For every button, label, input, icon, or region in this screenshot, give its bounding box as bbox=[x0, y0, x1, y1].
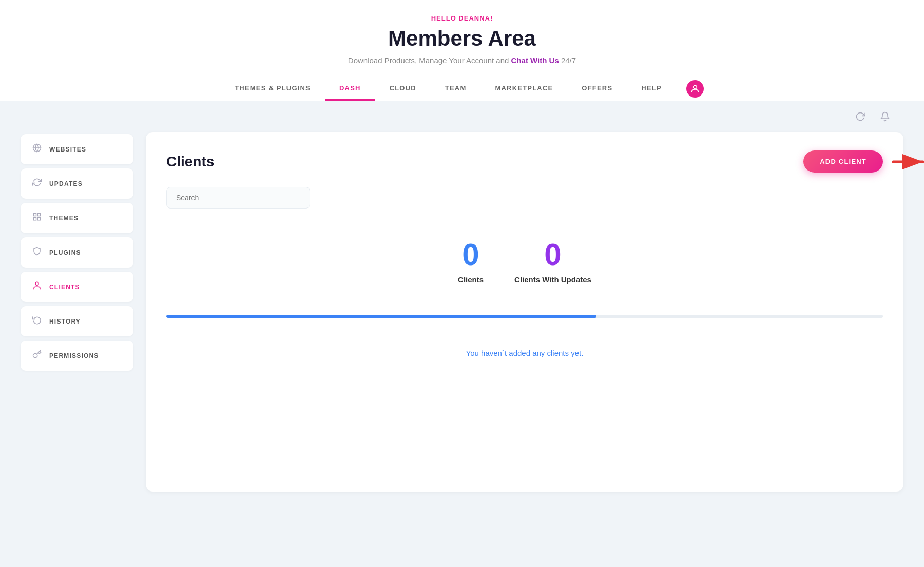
page-title: Clients bbox=[166, 154, 214, 170]
bell-icon[interactable] bbox=[877, 108, 893, 125]
key-icon bbox=[32, 350, 42, 362]
search-input[interactable] bbox=[166, 187, 310, 209]
sidebar-label-clients: CLIENTS bbox=[49, 284, 80, 291]
refresh-sidebar-icon bbox=[32, 178, 42, 190]
svg-rect-5 bbox=[38, 218, 41, 220]
toolbar-row bbox=[0, 101, 924, 132]
sidebar-label-permissions: PERMISSIONS bbox=[49, 352, 99, 360]
sidebar-label-updates: UPDATES bbox=[49, 180, 83, 187]
main-nav: THEMES & PLUGINS DASH CLOUD TEAM MARKETP… bbox=[0, 77, 924, 101]
refresh-icon[interactable] bbox=[852, 108, 869, 125]
svg-point-0 bbox=[693, 85, 697, 89]
sidebar-item-updates[interactable]: UPDATES bbox=[21, 168, 133, 199]
nav-offers[interactable]: OFFERS bbox=[567, 77, 627, 101]
clients-label: Clients bbox=[458, 275, 484, 284]
sidebar-item-clients[interactable]: CLIENTS bbox=[21, 272, 133, 302]
svg-rect-4 bbox=[38, 213, 41, 216]
sidebar-item-history[interactable]: HISTORY bbox=[21, 306, 133, 336]
sidebar-label-history: HISTORY bbox=[49, 318, 81, 325]
history-icon bbox=[32, 315, 42, 327]
globe-icon bbox=[32, 143, 42, 155]
content-area: Clients ADD CLIENT bbox=[146, 132, 903, 492]
clients-updates-count: 0 bbox=[514, 239, 591, 270]
sidebar-label-plugins: PLUGINS bbox=[49, 249, 81, 256]
sidebar-label-themes: THEMES bbox=[49, 215, 79, 222]
svg-rect-3 bbox=[33, 213, 36, 216]
grid-icon bbox=[32, 212, 42, 224]
progress-bar-container bbox=[166, 315, 883, 318]
content-header: Clients ADD CLIENT bbox=[166, 150, 883, 173]
header-subtitle: Download Products, Manage Your Account a… bbox=[0, 56, 924, 65]
page-header: HELLO DEANNA! Members Area Download Prod… bbox=[0, 0, 924, 101]
sidebar-item-plugins[interactable]: PLUGINS bbox=[21, 237, 133, 268]
header-title: Members Area bbox=[0, 26, 924, 51]
svg-rect-6 bbox=[33, 218, 36, 220]
sidebar: WEBSITES UPDATES THEMES bbox=[21, 132, 133, 492]
user-icon bbox=[32, 281, 42, 293]
user-avatar[interactable] bbox=[686, 80, 704, 98]
add-client-button[interactable]: ADD CLIENT bbox=[803, 150, 883, 173]
stat-clients: 0 Clients bbox=[458, 239, 484, 284]
sidebar-item-websites[interactable]: WEBSITES bbox=[21, 134, 133, 164]
svg-point-7 bbox=[35, 282, 38, 285]
clients-updates-label: Clients With Updates bbox=[514, 275, 591, 284]
nav-themes-plugins[interactable]: THEMES & PLUGINS bbox=[220, 77, 325, 101]
nav-dash[interactable]: DASH bbox=[325, 77, 375, 101]
chat-link[interactable]: Chat With Us bbox=[511, 56, 559, 65]
shield-icon bbox=[32, 247, 42, 258]
clients-count: 0 bbox=[458, 239, 484, 270]
stats-row: 0 Clients 0 Clients With Updates bbox=[166, 229, 883, 294]
sidebar-label-websites: WEBSITES bbox=[49, 146, 86, 153]
sidebar-item-themes[interactable]: THEMES bbox=[21, 203, 133, 233]
sidebar-item-permissions[interactable]: PERMISSIONS bbox=[21, 341, 133, 371]
progress-bar-fill bbox=[166, 315, 596, 318]
subtitle-text-after: 24/7 bbox=[559, 56, 576, 65]
nav-help[interactable]: HELP bbox=[627, 77, 676, 101]
empty-message: You haven`t added any clients yet. bbox=[166, 338, 883, 368]
stat-clients-updates: 0 Clients With Updates bbox=[514, 239, 591, 284]
main-layout: WEBSITES UPDATES THEMES bbox=[0, 132, 924, 492]
nav-team[interactable]: TEAM bbox=[431, 77, 481, 101]
header-greeting: HELLO DEANNA! bbox=[0, 14, 924, 22]
arrow-indicator bbox=[888, 152, 924, 172]
subtitle-text-before: Download Products, Manage Your Account a… bbox=[348, 56, 511, 65]
nav-marketplace[interactable]: MARKETPLACE bbox=[480, 77, 567, 101]
nav-cloud[interactable]: CLOUD bbox=[375, 77, 431, 101]
